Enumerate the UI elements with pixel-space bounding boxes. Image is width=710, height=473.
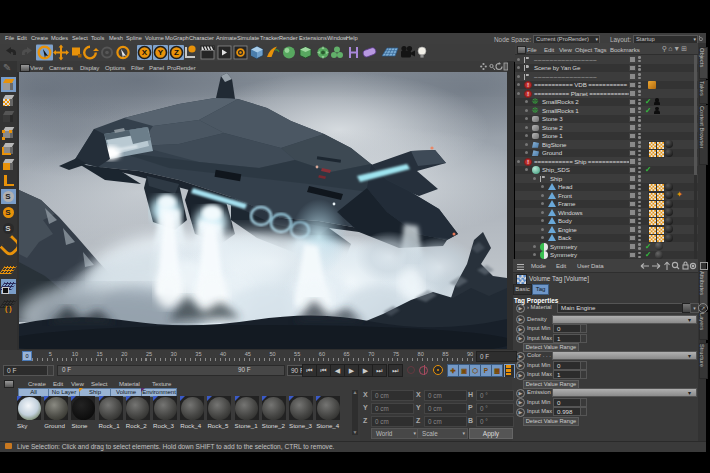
- svg-text:Y: Y: [158, 48, 164, 57]
- svg-text:X: X: [142, 48, 148, 57]
- svg-text:Z: Z: [174, 48, 179, 57]
